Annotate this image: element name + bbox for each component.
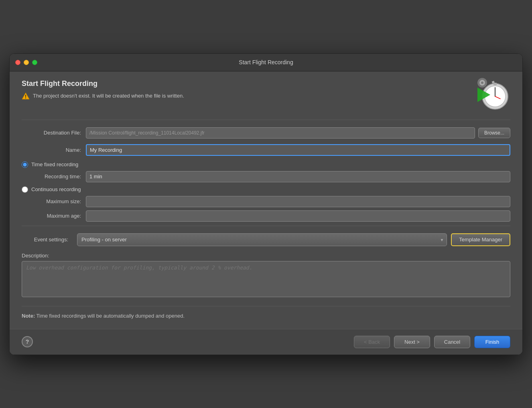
- max-age-label: Maximum age:: [31, 213, 86, 219]
- header-section: Start Flight Recording ! The project doe…: [22, 80, 510, 112]
- max-size-label: Maximum size:: [31, 198, 86, 204]
- event-settings-label: Event settings:: [22, 237, 73, 243]
- continuous-section: Continuous recording Maximum size: Maxim…: [22, 186, 510, 222]
- close-button[interactable]: [15, 60, 20, 65]
- warning-row: ! The project doesn't exist. It will be …: [22, 92, 466, 100]
- window-title: Start Flight Recording: [239, 59, 293, 65]
- svg-point-11: [481, 82, 483, 84]
- continuous-label[interactable]: Continuous recording: [31, 186, 81, 192]
- svg-rect-6: [493, 83, 497, 85]
- time-fixed-section: Time fixed recording Recording time:: [22, 161, 510, 182]
- traffic-lights: [15, 60, 37, 65]
- max-age-row: Maximum age:: [31, 210, 510, 222]
- destination-label: Destination File:: [22, 130, 86, 136]
- max-size-row: Maximum size:: [31, 196, 510, 207]
- template-manager-button[interactable]: Template Manager: [451, 233, 510, 246]
- help-button[interactable]: ?: [22, 336, 33, 347]
- clock-icon: [474, 75, 510, 112]
- warning-icon: !: [22, 92, 30, 100]
- note-prefix: Note:: [22, 313, 35, 319]
- warning-text: The project doesn't exist. It will be cr…: [33, 93, 184, 99]
- destination-row: Destination File: /Mission Control/fligh…: [22, 127, 510, 139]
- name-row: Name:: [22, 144, 510, 156]
- recording-time-input[interactable]: [86, 171, 510, 182]
- description-section: Description:: [22, 253, 510, 299]
- name-label: Name:: [22, 147, 86, 153]
- name-input[interactable]: [86, 144, 510, 156]
- minimize-button[interactable]: [24, 60, 29, 65]
- svg-text:!: !: [25, 94, 26, 100]
- next-button[interactable]: Next >: [394, 336, 430, 348]
- time-fixed-label[interactable]: Time fixed recording: [31, 161, 78, 167]
- finish-button[interactable]: Finish: [474, 336, 510, 348]
- description-label: Description:: [22, 253, 510, 259]
- main-window: Start Flight Recording Start Flight Reco…: [9, 53, 523, 355]
- recording-time-label: Recording time:: [31, 173, 86, 180]
- back-button[interactable]: < Back: [354, 336, 390, 348]
- continuous-radio[interactable]: [22, 186, 28, 193]
- header-left: Start Flight Recording ! The project doe…: [22, 80, 466, 100]
- footer: ? < Back Next > Cancel Finish: [10, 329, 522, 355]
- event-row: Event settings: Profiling - on server ▼ …: [22, 233, 510, 246]
- header-image: [474, 75, 510, 112]
- max-age-input[interactable]: [86, 210, 510, 222]
- description-textarea[interactable]: [22, 261, 510, 297]
- continuous-sub-fields: Maximum size: Maximum age:: [31, 196, 510, 222]
- browse-button[interactable]: Browse...: [478, 128, 510, 138]
- header-divider: [22, 120, 510, 120]
- maximize-button[interactable]: [32, 60, 37, 65]
- dialog-content: Start Flight Recording ! The project doe…: [10, 71, 522, 329]
- time-fixed-sub-fields: Recording time:: [31, 171, 510, 182]
- destination-field-group: /Mission Control/flight_recording_11014L…: [86, 127, 510, 139]
- page-title: Start Flight Recording: [22, 80, 466, 88]
- title-bar: Start Flight Recording: [10, 54, 522, 71]
- max-size-input[interactable]: [86, 196, 510, 207]
- continuous-row: Continuous recording: [22, 186, 510, 193]
- recording-time-row: Recording time:: [31, 171, 510, 182]
- note-section: Note: Time fixed recordings will be auto…: [22, 306, 510, 319]
- event-select-wrap: Profiling - on server ▼: [77, 233, 447, 246]
- middle-divider: [22, 226, 510, 226]
- time-fixed-row: Time fixed recording: [22, 161, 510, 168]
- destination-value: /Mission Control/flight_recording_11014L…: [86, 127, 475, 139]
- name-field-wrap: [86, 144, 510, 156]
- time-fixed-radio[interactable]: [22, 161, 28, 168]
- cancel-button[interactable]: Cancel: [434, 336, 470, 348]
- event-settings-section: Event settings: Profiling - on server ▼ …: [22, 233, 510, 246]
- note-body: Time fixed recordings will be automatica…: [35, 313, 185, 319]
- event-settings-select[interactable]: Profiling - on server: [77, 233, 447, 246]
- note-text: Note: Time fixed recordings will be auto…: [22, 313, 185, 319]
- footer-left: ?: [22, 336, 33, 347]
- footer-right: < Back Next > Cancel Finish: [354, 336, 510, 348]
